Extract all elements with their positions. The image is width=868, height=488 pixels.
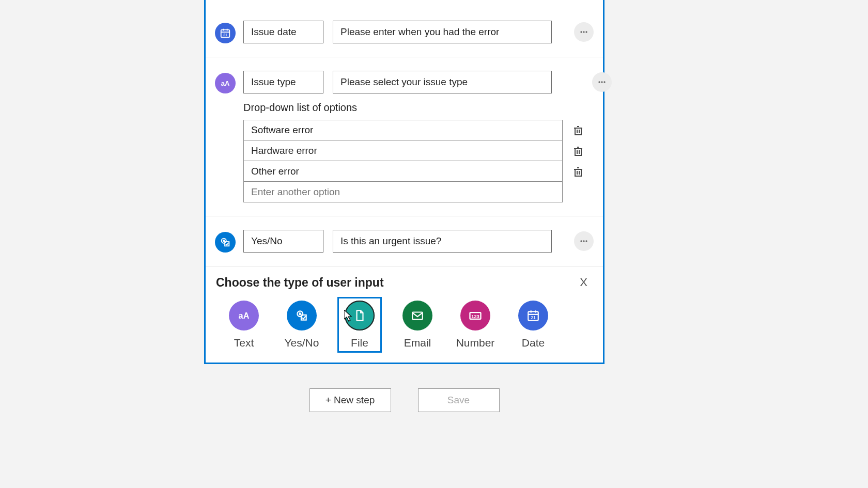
input-type-date[interactable]: Date [515,301,552,349]
yesno-icon [287,301,317,330]
dropdown-option-field[interactable] [243,120,563,140]
dropdown-options-list [243,120,584,202]
input-type-number[interactable]: Number [457,301,494,349]
input-type-label: Yes/No [285,337,319,349]
input-row-yesno [206,216,603,266]
dropdown-option-row [243,182,584,202]
save-button[interactable]: Save [418,388,500,412]
dropdown-option-field[interactable] [243,161,563,182]
close-button[interactable]: X [575,274,593,291]
input-type-label: Email [404,337,431,349]
input-type-email[interactable]: Email [399,301,436,349]
input-type-text[interactable]: Text [225,301,262,349]
trigger-card: Drop-down list of options [204,0,605,364]
choose-input-type-panel: Choose the type of user input X Text Yes… [206,266,603,359]
input-prompt-field[interactable] [333,21,552,43]
more-options-button[interactable] [592,72,612,92]
text-type-icon [215,73,236,93]
input-name-field[interactable] [243,71,323,93]
dropdown-option-row [243,120,584,140]
input-type-label: Text [234,337,254,349]
footer-actions: + New step Save [205,368,604,412]
ellipsis-icon [597,77,607,87]
more-options-button[interactable] [574,22,594,42]
input-prompt-field[interactable] [333,230,552,253]
input-row-date [206,7,603,57]
dropdown-option-row [243,140,584,161]
dropdown-option-row [243,161,584,182]
input-name-field[interactable] [243,230,323,253]
input-type-label: File [351,337,368,349]
file-icon [345,301,375,330]
input-name-field[interactable] [243,21,323,43]
ellipsis-icon [579,27,589,37]
email-icon [402,301,432,330]
number-icon [460,301,490,330]
ellipsis-icon [579,236,589,246]
dropdown-add-option-field[interactable] [243,182,563,202]
calendar-icon [215,23,236,43]
choose-type-title: Choose the type of user input [216,276,384,290]
trash-icon[interactable] [572,124,584,136]
input-type-file[interactable]: File [337,297,382,353]
yesno-type-icon [215,232,236,253]
input-type-label: Number [456,337,495,349]
input-type-yesno[interactable]: Yes/No [283,301,320,349]
calendar-icon [518,301,548,330]
input-row-type: Drop-down list of options [206,57,603,216]
new-step-button[interactable]: + New step [309,388,391,412]
dropdown-option-field[interactable] [243,140,563,161]
input-type-label: Date [522,337,545,349]
trash-icon[interactable] [572,145,584,157]
dropdown-options-label: Drop-down list of options [243,102,584,114]
input-prompt-field[interactable] [333,71,552,93]
text-icon [229,301,259,330]
more-options-button[interactable] [574,231,594,251]
trash-icon[interactable] [572,165,584,178]
